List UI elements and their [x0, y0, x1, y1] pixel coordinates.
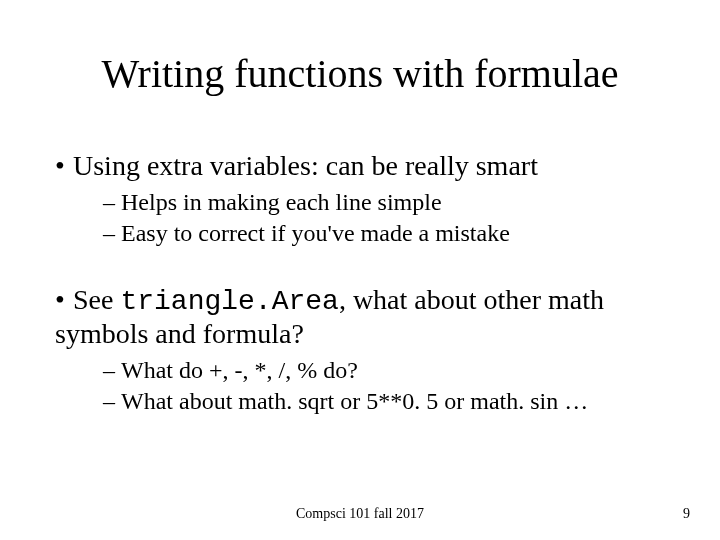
- slide-title: Writing functions with formulae: [0, 50, 720, 97]
- bullet-1: •Using extra variables: can be really sm…: [55, 150, 675, 182]
- bullet-2-sub-2: –What about math. sqrt or 5**0. 5 or mat…: [103, 387, 675, 416]
- slide: Writing functions with formulae •Using e…: [0, 0, 720, 540]
- bullet-2-sub-2-text: What about math. sqrt or 5**0. 5 or math…: [121, 388, 588, 414]
- bullet-2-prefix: See: [73, 284, 120, 315]
- dash-icon: –: [103, 356, 121, 385]
- page-number: 9: [683, 506, 690, 522]
- dash-icon: –: [103, 188, 121, 217]
- dash-icon: –: [103, 387, 121, 416]
- bullet-2-sub-1: –What do +, -, *, /, % do?: [103, 356, 675, 385]
- bullet-1-text: Using extra variables: can be really sma…: [73, 150, 538, 181]
- bullet-dot-icon: •: [55, 150, 73, 182]
- bullet-1-sub-1-text: Helps in making each line simple: [121, 189, 442, 215]
- footer-center: Compsci 101 fall 2017: [0, 506, 720, 522]
- bullet-1-sub-2-text: Easy to correct if you've made a mistake: [121, 220, 510, 246]
- bullet-dot-icon: •: [55, 284, 73, 316]
- slide-body: •Using extra variables: can be really sm…: [55, 150, 675, 418]
- bullet-2-sub-1-text: What do +, -, *, /, % do?: [121, 357, 358, 383]
- spacer: [55, 250, 675, 284]
- bullet-1-sub-2: –Easy to correct if you've made a mistak…: [103, 219, 675, 248]
- bullet-2: •See triangle.Area, what about other mat…: [55, 284, 675, 350]
- dash-icon: –: [103, 219, 121, 248]
- bullet-1-sub-1: –Helps in making each line simple: [103, 188, 675, 217]
- bullet-2-code: triangle.Area: [120, 286, 338, 317]
